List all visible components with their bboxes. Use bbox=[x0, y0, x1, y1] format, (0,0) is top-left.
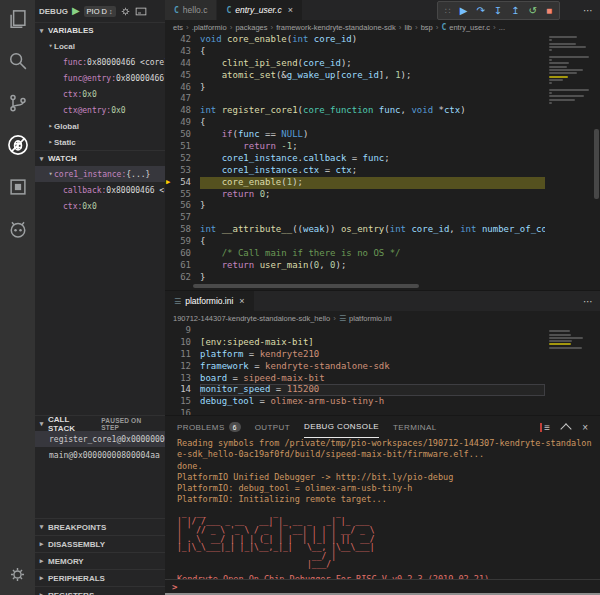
code-line[interactable]: 55 return 0; bbox=[165, 189, 545, 201]
variable-row[interactable]: ctx@entry: 0x0 bbox=[35, 102, 165, 118]
code-line[interactable]: 43{ bbox=[165, 46, 545, 58]
source-control-icon[interactable] bbox=[7, 92, 29, 114]
code-line[interactable]: 11platform = kendryte210 bbox=[165, 349, 545, 361]
tab-close-icon[interactable]: × bbox=[239, 296, 244, 306]
section-disassembly[interactable]: ▸DISASSEMBLY bbox=[35, 535, 165, 552]
section-breakpoints[interactable]: ▾BREAKPOINTS bbox=[35, 518, 165, 535]
search-icon[interactable] bbox=[7, 50, 29, 72]
panel-tab-terminal[interactable]: TERMINAL bbox=[393, 416, 437, 438]
code-line[interactable]: 62} bbox=[165, 272, 545, 284]
editor-more-actions-icon[interactable]: ⋯ bbox=[583, 0, 594, 20]
debug-settings-gear-icon[interactable] bbox=[120, 6, 131, 17]
code-area-entry-user[interactable]: 42void core_enable(int core_id)43{44 cli… bbox=[165, 34, 545, 290]
tab-platformio.ini[interactable]: ☰platformio.ini× bbox=[165, 291, 255, 311]
code-line[interactable]: ▶54 core_enable(1); bbox=[165, 177, 545, 189]
callstack-frame[interactable]: main@0x00000000800004aas bbox=[35, 447, 165, 463]
code-line[interactable]: 45 atomic_set(&g_wake_up[core_id], 1); bbox=[165, 70, 545, 82]
section-peripherals[interactable]: ▸PERIPHERALS bbox=[35, 569, 165, 586]
stop-icon[interactable]: ■ bbox=[546, 6, 552, 16]
code-line[interactable]: 61 return user_main(0, 0); bbox=[165, 260, 545, 272]
step-out-icon[interactable]: ↥ bbox=[511, 6, 519, 16]
console-selector-icon[interactable]: ≡ bbox=[540, 423, 550, 432]
code-line[interactable]: 52 core1_instance.callback = func; bbox=[165, 153, 545, 165]
vertical-scrollbar[interactable] bbox=[593, 34, 600, 290]
step-into-icon[interactable]: ↧ bbox=[494, 6, 502, 16]
tab-close-icon[interactable]: × bbox=[288, 5, 293, 15]
start-debug-button[interactable]: ▶ bbox=[72, 6, 80, 16]
code-area-platformio-ini[interactable]: 910[env:sipeed-maix-bit]11platform = ken… bbox=[165, 325, 545, 416]
breadcrumb-item[interactable]: 190712-144307-kendryte-standalone-sdk_he… bbox=[173, 314, 330, 323]
editor-more-actions-icon[interactable]: ⋯ bbox=[583, 291, 594, 311]
code-line[interactable]: 15debug_tool = olimex-arm-usb-tiny-h bbox=[165, 396, 545, 408]
code-line[interactable]: 50 if(func == NULL) bbox=[165, 129, 545, 141]
breadcrumb-item[interactable]: entry_user.c bbox=[449, 23, 490, 32]
breadcrumb-item[interactable]: ets bbox=[173, 23, 183, 32]
panel-tab-debug-console[interactable]: DEBUG CONSOLE bbox=[304, 416, 379, 438]
breadcrumb[interactable]: ets›.platformio›packages›framework-kendr… bbox=[165, 20, 600, 34]
debug-console-output[interactable]: Reading symbols from /private/tmp/pio-wo… bbox=[165, 438, 600, 580]
tab-hello.c[interactable]: Chello.c bbox=[165, 0, 217, 20]
debug-icon[interactable] bbox=[7, 134, 29, 156]
drag-handle[interactable]: ∷ bbox=[445, 6, 451, 16]
continue-icon[interactable]: ▶ bbox=[460, 6, 468, 16]
section-memory[interactable]: ▸MEMORY bbox=[35, 552, 165, 569]
variable-row[interactable]: func: 0x80000466 <core1__ bbox=[35, 54, 165, 70]
breadcrumb-item[interactable]: packages bbox=[235, 23, 267, 32]
code-line[interactable]: 49{ bbox=[165, 117, 545, 129]
watch-child-row[interactable]: ctx: 0x0 bbox=[35, 198, 165, 214]
code-line[interactable]: 56} bbox=[165, 200, 545, 212]
variable-group-local[interactable]: ▾Local bbox=[35, 38, 165, 54]
breadcrumb-item[interactable]: framework-kendryte-standalone-sdk bbox=[276, 23, 396, 32]
maximize-panel-icon[interactable] bbox=[560, 423, 571, 434]
platformio-icon[interactable] bbox=[7, 218, 29, 240]
horizontal-scrollbar[interactable] bbox=[193, 284, 419, 288]
tab-entry_user.c[interactable]: Centry_user.c× bbox=[217, 0, 303, 20]
watch-section-header[interactable]: ▾ WATCH bbox=[35, 150, 165, 166]
close-panel-icon[interactable]: × bbox=[582, 422, 588, 433]
code-line[interactable]: 42void core_enable(int core_id) bbox=[165, 34, 545, 46]
watch-row[interactable]: ▾core1_instance: {...} bbox=[35, 166, 165, 182]
debug-config-dropdown[interactable]: PIO D ↕ bbox=[84, 6, 116, 17]
minimap[interactable] bbox=[549, 36, 591, 105]
variable-group-global[interactable]: ▸Global bbox=[35, 118, 165, 134]
breadcrumb-item[interactable]: bsp bbox=[421, 23, 433, 32]
code-line[interactable]: 53 core1_instance.ctx = ctx; bbox=[165, 165, 545, 177]
code-line[interactable]: 14monitor_speed = 115200 bbox=[165, 384, 545, 396]
code-line[interactable]: 59{ bbox=[165, 236, 545, 248]
open-debug-console-icon[interactable] bbox=[135, 6, 147, 17]
code-line[interactable]: 12framework = kendryte-standalone-sdk bbox=[165, 361, 545, 373]
variable-group-static[interactable]: ▸Static bbox=[35, 134, 165, 150]
breadcrumb-item[interactable]: ... bbox=[499, 23, 505, 32]
section-registers[interactable]: ▸REGISTERS bbox=[35, 586, 165, 595]
code-line[interactable]: 58int __attribute__((weak)) os_entry(int… bbox=[165, 224, 545, 236]
variables-section-header[interactable]: ▾ VARIABLES bbox=[35, 22, 165, 38]
code-line[interactable]: 13board = sipeed-maix-bit bbox=[165, 373, 545, 385]
code-line[interactable]: 57 bbox=[165, 212, 545, 224]
code-line[interactable]: 10[env:sipeed-maix-bit] bbox=[165, 337, 545, 349]
breadcrumb-item[interactable]: lib bbox=[404, 23, 412, 32]
explorer-icon[interactable] bbox=[7, 8, 29, 30]
panel-tab-problems[interactable]: PROBLEMS6 bbox=[177, 416, 241, 438]
breadcrumb[interactable]: 190712-144307-kendryte-standalone-sdk_he… bbox=[165, 311, 600, 325]
watch-child-row[interactable]: callback: 0x80000466 <co… bbox=[35, 182, 165, 198]
code-line[interactable]: 9 bbox=[165, 325, 545, 337]
step-over-icon[interactable]: ↷ bbox=[476, 6, 484, 16]
code-line[interactable]: 60 /* Call main if there is no OS */ bbox=[165, 248, 545, 260]
restart-icon[interactable]: ↺ bbox=[529, 6, 537, 16]
debug-console-input[interactable]: > bbox=[165, 579, 600, 593]
code-line[interactable]: 47 bbox=[165, 93, 545, 105]
code-line[interactable]: 48int register_core1(core_function func,… bbox=[165, 105, 545, 117]
minimap[interactable] bbox=[549, 327, 591, 353]
call-stack-section-header[interactable]: ▾ CALL STACK PAUSED ON STEP bbox=[35, 415, 165, 431]
manage-gear-icon[interactable] bbox=[0, 563, 35, 585]
callstack-frame[interactable]: register_core1@0x0000000080 bbox=[35, 431, 165, 447]
code-line[interactable]: 51 return -1; bbox=[165, 141, 545, 153]
panel-tab-output[interactable]: OUTPUT bbox=[255, 416, 290, 438]
code-line[interactable]: 46} bbox=[165, 82, 545, 94]
extensions-icon[interactable] bbox=[7, 176, 29, 198]
variable-row[interactable]: func@entry: 0x80000466 <_ bbox=[35, 70, 165, 86]
breadcrumb-item[interactable]: platformio.ini bbox=[349, 314, 392, 323]
breadcrumb-item[interactable]: .platformio bbox=[192, 23, 227, 32]
code-line[interactable]: 44 clint_ipi_send(core_id); bbox=[165, 58, 545, 70]
variable-row[interactable]: ctx: 0x0 bbox=[35, 86, 165, 102]
